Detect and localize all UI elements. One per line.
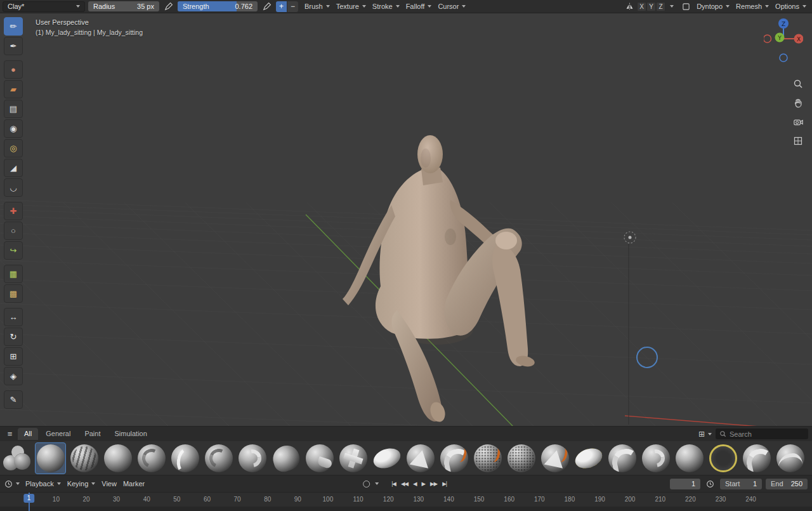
tool-crease[interactable]: ◢ (4, 159, 23, 177)
play-button[interactable]: ▶ (419, 478, 428, 489)
play-reverse-button[interactable]: ◀ (410, 478, 419, 489)
jump-to-end-button[interactable]: ▶| (440, 478, 449, 489)
clock-icon (4, 480, 13, 488)
editor-type-button[interactable] (4, 479, 20, 489)
topbar-menu-texture[interactable]: Texture (333, 0, 369, 13)
tool-annotate[interactable]: ✎ (4, 390, 23, 409)
tool-mask[interactable]: ▦ (4, 265, 23, 283)
zoom-icon[interactable] (791, 77, 805, 91)
brush-thumbnail-12[interactable] (371, 442, 402, 474)
pan-hand-icon[interactable] (791, 96, 805, 110)
brush-thumbnail-22[interactable] (707, 442, 738, 474)
search-input[interactable] (730, 430, 801, 438)
sculpted-figure[interactable] (343, 135, 535, 424)
falloff-shape-button[interactable] (680, 1, 692, 12)
tool-smooth[interactable]: ◡ (4, 178, 23, 197)
light-object-gizmo[interactable] (624, 232, 636, 425)
tool-scale[interactable]: ⊞ (4, 347, 23, 366)
brush-thumbnail-17[interactable] (539, 442, 570, 474)
keying-options-chevron-icon[interactable] (375, 482, 379, 485)
tool-move[interactable]: ↔ (4, 308, 23, 326)
tool-clay[interactable]: ● (4, 60, 23, 79)
tool-elastic-deform[interactable]: ○ (4, 222, 23, 240)
brush-thumbnail-21[interactable] (674, 442, 705, 474)
shelf-tab-all[interactable]: All (18, 428, 38, 440)
symmetry-x-toggle[interactable]: X (637, 2, 646, 11)
brush-thumbnail-13[interactable] (405, 442, 436, 474)
radius-slider[interactable]: Radius 35 px (88, 1, 159, 11)
tool-draw-face-sets[interactable]: ▩ (4, 284, 23, 303)
jump-to-start-button[interactable]: |◀ (389, 478, 398, 489)
symmetry-y-toggle[interactable]: Y (646, 2, 656, 11)
brush-thumbnail-8[interactable] (237, 442, 268, 474)
radius-pressure-icon[interactable] (162, 1, 174, 12)
brush-thumbnail-15[interactable] (472, 442, 503, 474)
brush-thumbnail-23[interactable] (741, 442, 772, 474)
tool-rotate[interactable]: ↻ (4, 328, 23, 346)
shelf-tab-general[interactable]: General (39, 428, 77, 440)
end-frame-field[interactable]: End 250 (766, 479, 808, 489)
brush-thumbnail-5[interactable] (136, 442, 167, 474)
timeline-menu-marker[interactable]: Marker (120, 475, 148, 492)
asset-search-box[interactable] (716, 428, 808, 439)
next-keyframe-button[interactable]: ▶▶ (428, 478, 440, 489)
brush-thumbnail-1[interactable] (1, 442, 32, 474)
topbar-menu-options[interactable]: Options (772, 3, 809, 10)
tool-inflate[interactable]: ◉ (4, 119, 23, 138)
brush-thumbnail-6[interactable] (169, 442, 200, 474)
topbar-menu-remesh[interactable]: Remesh (733, 3, 772, 10)
current-frame-field[interactable]: 1 (670, 479, 700, 489)
strength-decrease-button[interactable]: − (287, 1, 298, 12)
brush-thumbnail-11[interactable] (337, 442, 369, 474)
brush-thumbnail-4[interactable] (102, 442, 133, 474)
camera-view-icon[interactable] (791, 115, 805, 129)
display-mode-button[interactable]: ⊞ (698, 430, 712, 439)
topbar-menu-brush[interactable]: Brush (301, 0, 333, 13)
brush-thumbnail-9[interactable] (270, 442, 301, 474)
gizmo-z-negative[interactable] (780, 54, 787, 62)
brush-thumbnail-2[interactable] (35, 442, 66, 474)
topbar-menu-falloff[interactable]: Falloff (403, 0, 435, 13)
topbar-menu-cursor[interactable]: Cursor (435, 0, 469, 13)
timeline-menu-view[interactable]: View (98, 475, 120, 492)
topbar-menu-dyntopo[interactable]: Dyntopo (693, 3, 733, 10)
start-frame-field[interactable]: Start 1 (720, 479, 762, 489)
brush-thumbnail-7[interactable] (203, 442, 234, 474)
topbar-menu-stroke[interactable]: Stroke (369, 0, 403, 13)
shelf-menu-icon[interactable]: ≡ (4, 428, 16, 439)
brush-selector[interactable]: Clay* (3, 1, 85, 12)
gizmo-x-negative[interactable] (764, 35, 771, 43)
use-preview-range-icon[interactable] (704, 479, 716, 489)
brush-thumbnail-24[interactable] (775, 442, 806, 474)
brush-thumbnail-16[interactable] (506, 442, 537, 474)
brush-thumbnail-20[interactable] (640, 442, 671, 474)
symmetry-options-chevron-icon[interactable] (670, 5, 674, 8)
brush-thumbnail-14[interactable] (438, 442, 469, 474)
tool-draw[interactable]: ✏ (4, 17, 23, 36)
shelf-tab-paint[interactable]: Paint (78, 428, 107, 440)
timeline-menu-keying[interactable]: Keying (64, 475, 99, 492)
tool-grab[interactable]: ✚ (4, 202, 23, 220)
timeline-ruler[interactable]: 1020304050607080901001101201301401501601… (0, 492, 812, 511)
orthographic-toggle-icon[interactable] (791, 134, 805, 148)
navigation-gizmo[interactable]: Z X Y (764, 17, 803, 64)
strength-slider[interactable]: Strength 0.762 (178, 1, 258, 11)
tool-layer[interactable]: ▤ (4, 100, 23, 118)
auto-keying-toggle[interactable] (363, 481, 370, 488)
symmetry-z-toggle[interactable]: Z (656, 2, 665, 11)
shelf-tab-simulation[interactable]: Simulation (108, 428, 153, 440)
3d-viewport[interactable]: User Perspective (1) My_lady_sitting | M… (0, 13, 812, 426)
brush-thumbnail-3[interactable] (69, 442, 100, 474)
brush-thumbnail-10[interactable] (304, 442, 335, 474)
tool-transform[interactable]: ◈ (4, 367, 23, 385)
tool-draw-sharp[interactable]: ✒ (4, 37, 23, 55)
brush-thumbnail-18[interactable] (573, 442, 604, 474)
previous-keyframe-button[interactable]: ◀◀ (398, 478, 410, 489)
tool-blob[interactable]: ◎ (4, 139, 23, 157)
strength-increase-button[interactable]: + (276, 1, 287, 12)
timeline-menu-playback[interactable]: Playback (22, 475, 64, 492)
brush-thumbnail-19[interactable] (606, 442, 638, 474)
strength-pressure-icon[interactable] (261, 1, 273, 12)
tool-snake-hook[interactable]: ↪ (4, 241, 23, 260)
tool-clay-strips[interactable]: ▰ (4, 80, 23, 98)
